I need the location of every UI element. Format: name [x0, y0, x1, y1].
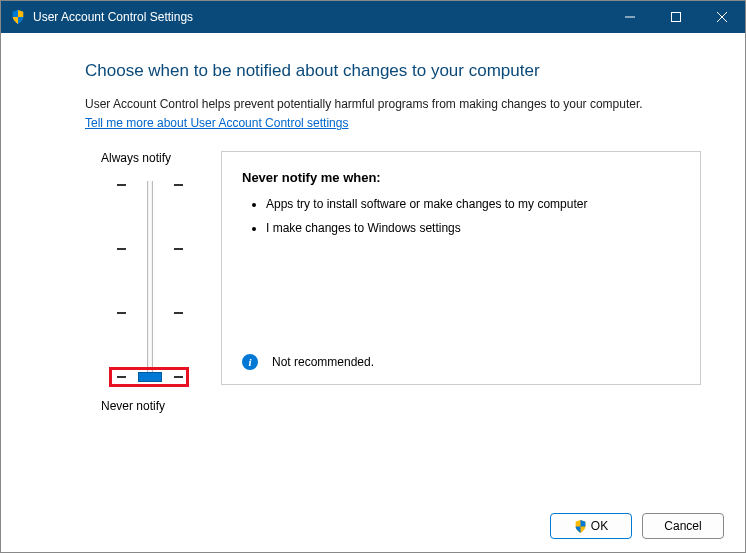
- slider-label-top: Always notify: [101, 151, 215, 165]
- detail-panel: Never notify me when: Apps try to instal…: [221, 151, 701, 385]
- close-button[interactable]: [699, 1, 745, 33]
- info-icon: i: [242, 354, 258, 370]
- detail-list: Apps try to install software or make cha…: [242, 197, 680, 245]
- annotation-highlight: [109, 367, 189, 387]
- shield-icon: [11, 10, 25, 24]
- detail-title: Never notify me when:: [242, 170, 680, 185]
- page-description: User Account Control helps prevent poten…: [85, 97, 701, 111]
- shield-icon: [574, 520, 587, 533]
- slider-label-bottom: Never notify: [101, 399, 215, 413]
- recommendation-text: Not recommended.: [272, 355, 374, 369]
- cancel-button-label: Cancel: [664, 519, 701, 533]
- uac-slider[interactable]: [115, 175, 185, 385]
- svg-rect-1: [672, 13, 681, 22]
- page-heading: Choose when to be notified about changes…: [85, 61, 701, 81]
- detail-bullet: I make changes to Windows settings: [266, 221, 680, 235]
- ok-button-label: OK: [591, 519, 608, 533]
- maximize-button[interactable]: [653, 1, 699, 33]
- slider-track: [147, 181, 153, 379]
- detail-bullet: Apps try to install software or make cha…: [266, 197, 680, 211]
- cancel-button[interactable]: Cancel: [642, 513, 724, 539]
- minimize-button[interactable]: [607, 1, 653, 33]
- titlebar: User Account Control Settings: [1, 1, 745, 33]
- ok-button[interactable]: OK: [550, 513, 632, 539]
- window-title: User Account Control Settings: [33, 10, 607, 24]
- learn-more-link[interactable]: Tell me more about User Account Control …: [85, 116, 348, 130]
